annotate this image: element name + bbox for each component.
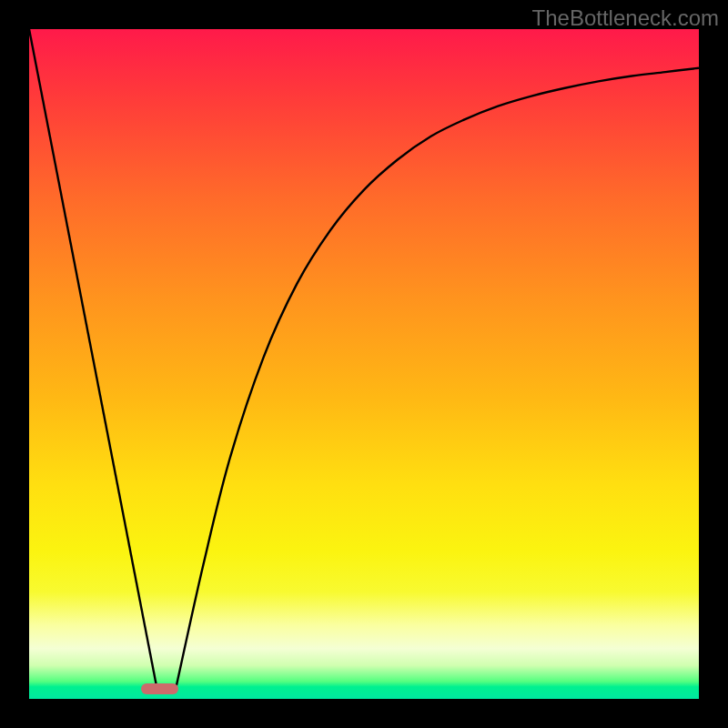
curve-layer	[29, 29, 699, 699]
optimal-marker	[141, 683, 177, 694]
chart-canvas: TheBottleneck.com	[0, 0, 728, 728]
plot-area	[29, 29, 699, 699]
left-branch-line	[29, 29, 157, 685]
watermark-text: TheBottleneck.com	[532, 5, 719, 31]
right-branch-curve	[177, 68, 699, 686]
